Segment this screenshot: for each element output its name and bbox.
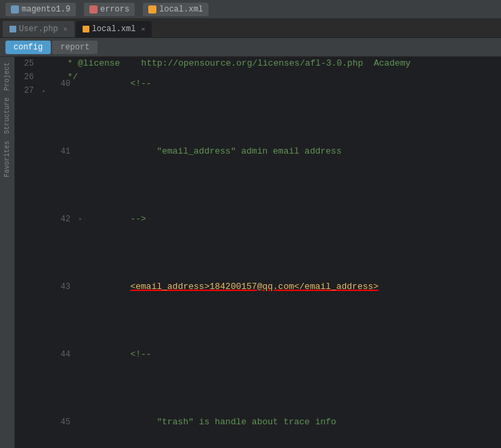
folder-icon bbox=[89, 5, 97, 14]
line-number: 40 bbox=[51, 77, 76, 91]
line-number: 44 bbox=[51, 348, 76, 361]
structure-label[interactable]: Structure bbox=[2, 95, 12, 137]
tab-label: local.xml bbox=[92, 24, 136, 34]
line-number: 43 bbox=[51, 280, 76, 294]
title-tab-label: local.xml bbox=[159, 5, 203, 14]
title-tab-magento[interactable]: magento1.9 bbox=[5, 3, 76, 16]
table-row: 45 "trash" is handle about trace info bbox=[51, 416, 501, 429]
config-button[interactable]: config bbox=[5, 41, 51, 54]
line-content: <!-- bbox=[85, 77, 501, 91]
toolbar: config report bbox=[0, 38, 501, 57]
table-row: 44 <!-- bbox=[51, 348, 501, 361]
title-tab-errors[interactable]: errors bbox=[84, 3, 135, 16]
tab-localxml[interactable]: local.xml ✕ bbox=[76, 21, 152, 37]
table-row: 41 "email_address" admin email address bbox=[51, 145, 501, 158]
title-tab-label: magento1.9 bbox=[22, 5, 70, 14]
title-tab-localxml[interactable]: local.xml bbox=[143, 3, 209, 16]
xml-icon bbox=[148, 5, 156, 14]
fold-gutter[interactable]: ▸ bbox=[76, 212, 85, 226]
editor-tabs: User.php ✕ local.xml ✕ bbox=[0, 19, 501, 38]
line-number: 41 bbox=[51, 145, 76, 158]
line-content: <email_address>184200157@qq.com</email_a… bbox=[85, 280, 501, 294]
folder-icon bbox=[11, 5, 19, 14]
xml-file-icon bbox=[83, 26, 89, 32]
tab-userphp[interactable]: User.php ✕ bbox=[3, 21, 74, 37]
favorites-label[interactable]: Favorites bbox=[2, 138, 12, 180]
line-number: 26 bbox=[15, 72, 39, 82]
side-panel: Project Structure Favorites bbox=[0, 57, 15, 448]
fold-gutter[interactable]: ▸ bbox=[39, 87, 49, 95]
table-row: 40 <!-- bbox=[51, 77, 501, 91]
code-lines: 25 * @license http://opensource.org/lice… bbox=[15, 57, 501, 97]
line-content: 28 ▾ <config> 29 <skin>default</skin> 30… bbox=[49, 57, 501, 448]
report-button[interactable]: report bbox=[52, 41, 97, 54]
line-content: "trash" is handle about trace info bbox=[85, 416, 501, 429]
line-content: --> bbox=[85, 212, 501, 226]
table-row: 42 ▸ --> bbox=[51, 212, 501, 226]
php-file-icon bbox=[9, 26, 16, 32]
tab-label: User.php bbox=[19, 24, 58, 34]
code-editor: 25 * @license http://opensource.org/lice… bbox=[15, 57, 501, 448]
line-content: "email_address" admin email address bbox=[85, 145, 501, 158]
main-layout: Project Structure Favorites 25 * @licens… bbox=[0, 57, 501, 448]
title-tab-label: errors bbox=[100, 5, 129, 14]
table-row: 43 <email_address>184200157@qq.com</emai… bbox=[51, 280, 501, 294]
table-row: 27 ▸ 28 ▾ <config> 29 <skin>default</ski… bbox=[15, 84, 501, 97]
line-content: <!-- bbox=[85, 348, 501, 361]
line-number: 42 bbox=[51, 212, 76, 226]
close-tab-icon[interactable]: ✕ bbox=[141, 25, 145, 33]
line-number: 25 bbox=[15, 59, 39, 68]
project-label[interactable]: Project bbox=[2, 60, 12, 93]
close-tab-icon[interactable]: ✕ bbox=[64, 25, 68, 33]
line-number: 45 bbox=[51, 416, 76, 429]
title-bar: magento1.9 errors local.xml bbox=[0, 0, 501, 19]
line-number: 27 bbox=[15, 86, 39, 95]
